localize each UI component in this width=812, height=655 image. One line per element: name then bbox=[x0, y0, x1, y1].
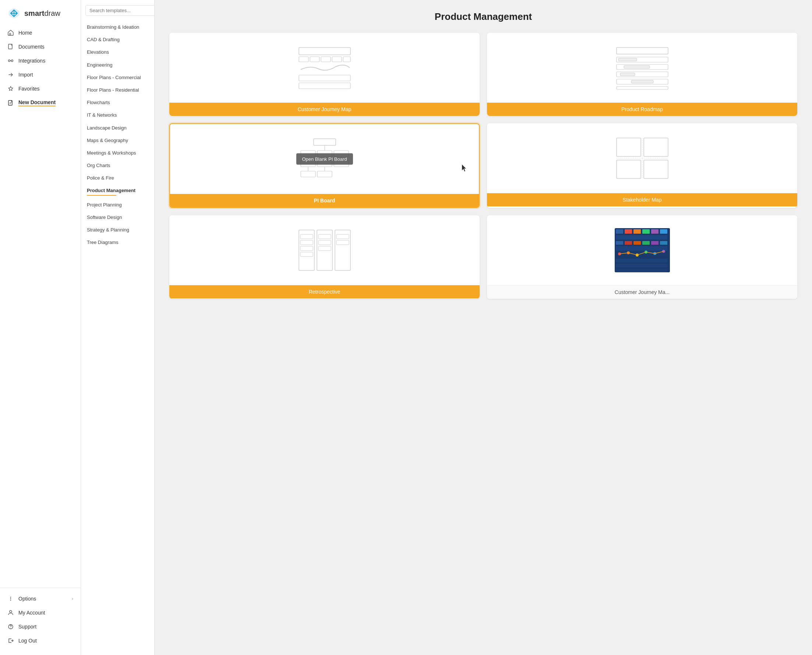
main-nav: Home Documents Integrations Import bbox=[0, 26, 81, 588]
template-category-meetings[interactable]: Meetings & Workshops bbox=[81, 147, 154, 159]
favorites-label: Favorites bbox=[18, 86, 40, 92]
svg-rect-60 bbox=[335, 230, 351, 271]
sidebar-item-import[interactable]: Import bbox=[0, 68, 81, 82]
import-label: Import bbox=[18, 72, 33, 78]
svg-rect-54 bbox=[300, 246, 313, 251]
svg-rect-30 bbox=[314, 139, 336, 145]
template-card-product-roadmap[interactable]: Product Roadmap bbox=[487, 33, 797, 116]
favorites-icon bbox=[8, 85, 14, 92]
product-roadmap-label: Product Roadmap bbox=[487, 103, 797, 116]
svg-point-6 bbox=[10, 597, 11, 598]
svg-rect-68 bbox=[651, 229, 658, 234]
template-card-customer-journey-map-2[interactable]: Customer Journey Ma... bbox=[487, 215, 797, 299]
svg-rect-18 bbox=[299, 75, 351, 81]
svg-point-7 bbox=[10, 598, 11, 599]
template-category-list: Brainstorming & Ideation CAD & Drafting … bbox=[81, 20, 154, 250]
svg-rect-70 bbox=[616, 235, 667, 240]
sidebar-item-integrations[interactable]: Integrations bbox=[0, 54, 81, 68]
template-category-software-design[interactable]: Software Design bbox=[81, 211, 154, 224]
integrations-label: Integrations bbox=[18, 58, 45, 64]
svg-rect-51 bbox=[299, 230, 314, 271]
svg-rect-74 bbox=[642, 241, 650, 245]
import-icon bbox=[8, 71, 14, 78]
home-icon bbox=[8, 29, 14, 36]
template-category-floor-plans-commercial[interactable]: Floor Plans - Commercial bbox=[81, 71, 154, 84]
svg-point-11 bbox=[10, 628, 11, 629]
template-search-bar: 🔍 bbox=[81, 0, 154, 20]
stakeholder-map-label: Stakeholder Map bbox=[487, 193, 797, 206]
svg-rect-14 bbox=[310, 57, 320, 62]
template-category-product-management[interactable]: Product Management bbox=[81, 185, 154, 198]
svg-rect-26 bbox=[620, 73, 635, 76]
svg-rect-52 bbox=[300, 234, 313, 239]
template-category-project-planning[interactable]: Project Planning bbox=[81, 199, 154, 211]
svg-rect-12 bbox=[299, 48, 351, 55]
template-category-maps[interactable]: Maps & Geography bbox=[81, 134, 154, 147]
new-document-icon bbox=[8, 100, 14, 106]
svg-rect-15 bbox=[321, 57, 331, 62]
svg-point-8 bbox=[10, 600, 11, 601]
template-category-it-networks[interactable]: IT & Networks bbox=[81, 109, 154, 121]
svg-rect-16 bbox=[332, 57, 341, 62]
svg-rect-76 bbox=[660, 241, 667, 245]
svg-rect-58 bbox=[318, 240, 331, 245]
template-category-landscape[interactable]: Landscape Design bbox=[81, 122, 154, 134]
sidebar: smartdraw Home Documents Integrations bbox=[0, 0, 81, 655]
svg-rect-55 bbox=[300, 252, 313, 257]
sidebar-item-logout[interactable]: Log Out bbox=[0, 633, 81, 647]
template-category-floor-plans-residential[interactable]: Floor Plans - Residential bbox=[81, 84, 154, 97]
svg-rect-47 bbox=[617, 160, 641, 178]
template-category-org-charts[interactable]: Org Charts bbox=[81, 159, 154, 172]
template-category-cad[interactable]: CAD & Drafting bbox=[81, 34, 154, 46]
card-preview-stakeholder-map bbox=[487, 123, 797, 193]
svg-rect-71 bbox=[616, 241, 623, 245]
sidebar-item-documents[interactable]: Documents bbox=[0, 40, 81, 54]
svg-rect-53 bbox=[300, 240, 313, 245]
svg-rect-28 bbox=[631, 80, 654, 83]
template-list-panel: 🔍 Brainstorming & Ideation CAD & Draftin… bbox=[81, 0, 155, 655]
pi-board-label: PI Board bbox=[170, 194, 479, 207]
sidebar-item-my-account[interactable]: My Account bbox=[0, 606, 81, 620]
svg-rect-73 bbox=[634, 241, 641, 245]
svg-rect-65 bbox=[624, 229, 632, 234]
options-label: Options bbox=[18, 596, 68, 602]
sidebar-item-support[interactable]: Support bbox=[0, 620, 81, 633]
open-blank-pi-board-button[interactable]: Open Blank PI Board bbox=[296, 154, 353, 165]
integrations-icon bbox=[8, 57, 14, 64]
template-card-pi-board[interactable]: Open Blank PI Board bbox=[169, 123, 480, 208]
customer-journey-map-2-label: Customer Journey Ma... bbox=[487, 285, 797, 299]
template-card-stakeholder-map[interactable]: Stakeholder Map bbox=[487, 123, 797, 208]
customer-journey-map-2-preview bbox=[613, 226, 672, 274]
main-content: Product Management bbox=[155, 0, 812, 655]
svg-rect-62 bbox=[337, 240, 349, 245]
template-search-input[interactable] bbox=[85, 5, 155, 16]
svg-point-9 bbox=[9, 610, 12, 613]
template-category-brainstorming[interactable]: Brainstorming & Ideation bbox=[81, 21, 154, 34]
svg-point-3 bbox=[8, 60, 10, 62]
template-category-police[interactable]: Police & Fire bbox=[81, 172, 154, 185]
template-card-retrospective[interactable]: Retrospective bbox=[169, 215, 480, 299]
template-category-engineering[interactable]: Engineering bbox=[81, 59, 154, 71]
sidebar-item-options[interactable]: Options › bbox=[0, 592, 81, 606]
sidebar-item-new-document[interactable]: New Document bbox=[0, 96, 81, 110]
template-category-elevations[interactable]: Elevations bbox=[81, 46, 154, 58]
template-category-flowcharts[interactable]: Flowcharts bbox=[81, 97, 154, 109]
svg-rect-29 bbox=[617, 86, 668, 89]
svg-rect-69 bbox=[660, 229, 667, 234]
sidebar-item-favorites[interactable]: Favorites bbox=[0, 82, 81, 96]
template-category-strategy[interactable]: Strategy & Planning bbox=[81, 224, 154, 236]
svg-point-4 bbox=[11, 60, 13, 62]
logo-text: smartdraw bbox=[24, 9, 60, 18]
svg-rect-24 bbox=[624, 66, 650, 68]
card-preview-retrospective bbox=[169, 215, 480, 285]
account-icon bbox=[8, 609, 14, 616]
page-title: Product Management bbox=[169, 11, 797, 22]
svg-rect-77 bbox=[616, 246, 667, 251]
sidebar-item-home[interactable]: Home bbox=[0, 26, 81, 40]
template-category-tree-diagrams[interactable]: Tree Diagrams bbox=[81, 236, 154, 249]
customer-journey-map-label: Customer Journey Map bbox=[169, 103, 480, 116]
svg-rect-57 bbox=[318, 234, 331, 239]
svg-rect-19 bbox=[299, 83, 351, 89]
customer-journey-map-preview bbox=[295, 42, 354, 94]
template-card-customer-journey-map[interactable]: Customer Journey Map bbox=[169, 33, 480, 116]
